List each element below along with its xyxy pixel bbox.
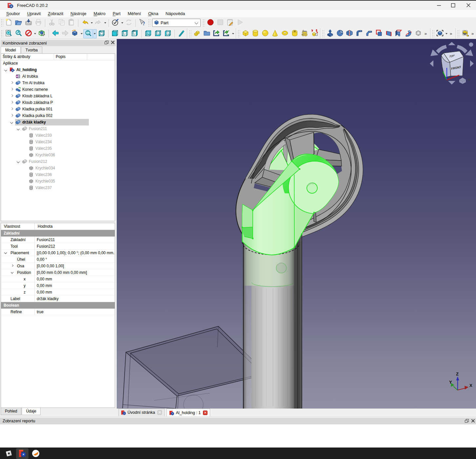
tree-collapsed-chevron[interactable] <box>10 108 13 111</box>
tree-expanded-chevron[interactable] <box>10 121 13 124</box>
toolbar-grip[interactable] <box>322 30 325 38</box>
menu-soubor[interactable]: Soubor <box>3 10 24 17</box>
close-tab-icon[interactable]: ✕ <box>203 411 208 415</box>
tree-item-fusion212[interactable]: Fusion212 <box>1 158 115 165</box>
draw-style-button[interactable] <box>24 29 33 38</box>
tree-item-fusion211[interactable]: Fusion211 <box>1 125 115 132</box>
tree-item-drzak-kladky[interactable]: držák kladky <box>1 119 115 125</box>
open-folder-button[interactable] <box>14 18 24 28</box>
new-document-button[interactable] <box>4 18 14 28</box>
tree-item-konec-ramene[interactable]: Konec ramene <box>1 86 115 93</box>
part-revolve-button[interactable] <box>335 29 345 38</box>
tree-item-krychle035[interactable]: Krychle035 <box>1 178 115 184</box>
property-expanded-chevron[interactable] <box>11 271 14 274</box>
close-button[interactable] <box>463 1 474 10</box>
property-tool[interactable]: ToolFusion212 <box>1 243 115 250</box>
toolbar-grip[interactable] <box>203 19 205 27</box>
tree-item-krychle034[interactable]: Krychle034 <box>1 165 115 171</box>
undo-button[interactable] <box>80 18 90 28</box>
property-expanded-chevron[interactable] <box>4 251 7 254</box>
make-link-button[interactable] <box>211 29 221 38</box>
tab-tvorba[interactable]: Tvorba <box>21 47 42 53</box>
tree-item-al-holding[interactable]: Al_holding <box>1 67 115 73</box>
measure-tape-button[interactable] <box>460 29 470 38</box>
part-primitives-button[interactable] <box>309 29 319 38</box>
property-section-základní[interactable]: Základní <box>1 230 115 237</box>
copy-button[interactable] <box>57 18 67 28</box>
part-torus-button[interactable] <box>280 29 290 38</box>
tree-item-kladka-pulka-001[interactable]: Kladka pulka 001 <box>1 106 115 112</box>
toolbar-grip[interactable] <box>432 30 434 38</box>
shape-builder-button[interactable]: 6 <box>300 29 309 38</box>
fit-selection-button[interactable] <box>14 29 24 38</box>
part-fillet-button[interactable] <box>354 29 364 38</box>
nav-back-button[interactable] <box>50 29 60 38</box>
part-ruled-surface-button[interactable] <box>384 29 394 38</box>
property-zakladni[interactable]: ZákladníFusion211 <box>1 237 115 243</box>
menu-napoveda[interactable]: Nápověda <box>162 10 188 17</box>
float-report-icon[interactable] <box>465 419 468 423</box>
workbench-selector[interactable]: Part <box>152 19 201 27</box>
toolbar-overflow-boundbox[interactable]: » <box>448 31 454 36</box>
property-refine[interactable]: Refinetrue <box>1 309 115 315</box>
menu-makro[interactable]: Makro <box>90 10 109 17</box>
close-report-icon[interactable] <box>471 419 475 423</box>
part-section-button[interactable] <box>413 29 423 38</box>
view-front-button[interactable] <box>110 29 120 38</box>
tree-item-valec237[interactable]: Válec237 <box>1 184 115 191</box>
paste-button[interactable] <box>67 18 76 28</box>
part-sphere-button[interactable] <box>260 29 270 38</box>
view-left-button[interactable] <box>163 29 173 38</box>
save-button[interactable] <box>24 18 33 28</box>
property-x[interactable]: x0,00 mm <box>1 276 115 282</box>
tree-item-krychle036[interactable]: Krychle036 <box>1 152 115 158</box>
report-view[interactable] <box>0 424 476 448</box>
redo-button[interactable] <box>93 18 103 28</box>
tree-expanded-chevron[interactable] <box>17 160 20 163</box>
toolbar-grip[interactable] <box>1 30 3 38</box>
3d-viewport[interactable]: FRONT TOP Z Y X <box>117 39 476 409</box>
view-bottom-button[interactable] <box>153 29 163 38</box>
make-link-group-dropdown[interactable] <box>231 29 235 38</box>
whatsthis-button[interactable]: ? <box>137 18 147 28</box>
document-tab-al-holding-1[interactable]: Al_holding : 1✕ <box>167 409 210 416</box>
dock-tab-pohled[interactable]: Pohled <box>1 408 21 415</box>
tree-item-al-trubka[interactable]: Al trubka <box>1 73 115 80</box>
float-panel-icon[interactable] <box>105 41 108 44</box>
close-panel-icon[interactable] <box>111 41 114 44</box>
part-box-button[interactable] <box>241 29 250 38</box>
tree-item-valec234[interactable]: Válec234 <box>1 139 115 145</box>
minimize-button[interactable] <box>433 1 445 10</box>
menu-zobrazit[interactable]: Zobrazit <box>44 10 67 17</box>
tree-item-valec236[interactable]: Válec236 <box>1 171 115 178</box>
toolbar-grip[interactable] <box>1 19 3 27</box>
property-y[interactable]: y0,00 mm <box>1 282 115 289</box>
property-osa[interactable]: Osa[0,00 0,00 1,00] <box>1 263 115 269</box>
tree-collapsed-chevron[interactable] <box>10 101 13 104</box>
view-axonometric-button[interactable] <box>97 29 107 38</box>
draw-style-dropdown[interactable] <box>33 29 37 38</box>
part-loft-button[interactable] <box>394 29 404 38</box>
undo-dropdown[interactable] <box>90 18 93 28</box>
toolbar-grip[interactable] <box>148 19 150 27</box>
close-tab-icon[interactable]: ✕ <box>157 410 162 415</box>
property-z[interactable]: z0,00 mm <box>1 289 115 296</box>
tree-collapsed-chevron[interactable] <box>10 95 13 98</box>
print-button[interactable] <box>33 18 43 28</box>
tree-item-kloub-zakladna-l[interactable]: Kloub základna L <box>1 93 115 99</box>
part-chamfer-button[interactable] <box>364 29 374 38</box>
document-tab-uvodni-stranka[interactable]: Úvodní stránka✕ <box>118 409 165 416</box>
part-cylinder-button[interactable] <box>250 29 260 38</box>
property-placement[interactable]: Placement[(0,00 0,00 1,00); 0,00 °; (0,0… <box>1 250 115 256</box>
view-isometric-button[interactable] <box>70 29 80 38</box>
part-boundbox-button[interactable] <box>435 29 445 38</box>
redo-dropdown[interactable] <box>103 18 107 28</box>
part-makeface-button[interactable] <box>374 29 384 38</box>
maximize-button[interactable] <box>447 1 459 10</box>
property-section-boolean[interactable]: Boolean <box>1 302 115 309</box>
menu-part[interactable]: Part <box>109 10 124 17</box>
menu-mereni[interactable]: Měření <box>124 10 145 17</box>
part-tube-button[interactable] <box>290 29 300 38</box>
zoom-button[interactable] <box>83 29 93 38</box>
menu-nastroje[interactable]: Nástroje <box>67 10 90 17</box>
